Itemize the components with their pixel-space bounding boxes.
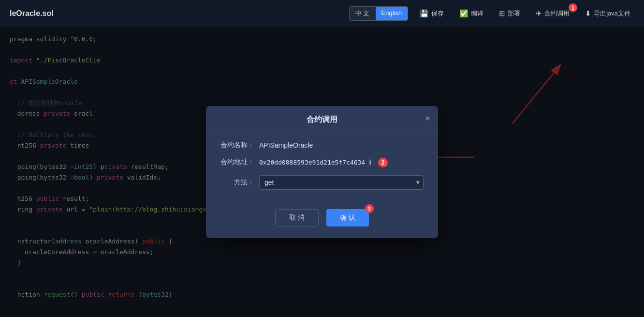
file-title: leOracle.sol xyxy=(10,9,54,18)
info-icon[interactable]: ℹ xyxy=(369,158,371,166)
export-icon: ⬇ xyxy=(585,9,591,18)
compile-icon: ✅ xyxy=(459,9,468,18)
cancel-button[interactable]: 取 消 xyxy=(275,209,319,226)
contract-name-label: 合约名称： xyxy=(220,141,254,150)
contract-addr-value: 0x20dd0888593e91d21e5f7c4634 xyxy=(259,159,365,166)
confirm-badge: 3 xyxy=(365,204,374,213)
lang-cn-btn[interactable]: 中 文 xyxy=(350,7,376,20)
call-button-wrap: ✈ 合约调用 1 xyxy=(532,7,573,20)
modal-footer: 取 消 确 认 3 xyxy=(206,209,438,238)
call-icon: ✈ xyxy=(536,9,542,18)
modal-title: 合约调用 xyxy=(307,115,337,123)
confirm-button[interactable]: 确 认 3 xyxy=(326,209,369,226)
contract-addr-row: 合约地址： 0x20dd0888593e91d21e5f7c4634 ℹ 2 xyxy=(220,157,424,167)
method-select[interactable]: get xyxy=(259,175,424,190)
topbar: leOracle.sol 中 文 English 💾 保存 ✅ 编译 ⊞ 部署 … xyxy=(0,0,644,27)
lang-switcher[interactable]: 中 文 English xyxy=(349,6,408,21)
save-icon: 💾 xyxy=(420,9,429,18)
lang-en-btn[interactable]: English xyxy=(376,7,408,20)
method-label: 方法： xyxy=(220,178,254,187)
contract-name-value: APISampleOracle xyxy=(259,141,313,149)
modal-close-button[interactable]: × xyxy=(425,114,430,122)
editor-area: pragma solidity ^0.6.0; import "./FiscOr… xyxy=(0,27,644,317)
save-button[interactable]: 💾 保存 xyxy=(416,7,448,20)
method-select-wrap: get ▼ xyxy=(259,175,424,190)
modal-overlay: 合约调用 × 合约名称： APISampleOracle 合约地址： 0x20d… xyxy=(0,27,644,317)
call-button[interactable]: ✈ 合约调用 xyxy=(532,7,573,20)
contract-addr-field: 0x20dd0888593e91d21e5f7c4634 ℹ xyxy=(259,158,371,166)
contract-addr-label: 合约地址： xyxy=(220,158,254,166)
compile-button[interactable]: ✅ 编译 xyxy=(455,7,487,20)
contract-name-row: 合约名称： APISampleOracle xyxy=(220,141,424,150)
method-row: 方法： get ▼ xyxy=(220,175,424,190)
export-button[interactable]: ⬇ 导出java文件 xyxy=(581,7,634,20)
deploy-icon: ⊞ xyxy=(499,9,505,18)
contract-call-modal: 合约调用 × 合约名称： APISampleOracle 合约地址： 0x20d… xyxy=(206,106,438,238)
modal-body: 合约名称： APISampleOracle 合约地址： 0x20dd088859… xyxy=(206,131,438,209)
addr-badge: 2 xyxy=(378,158,388,167)
modal-header: 合约调用 × xyxy=(206,106,438,131)
call-badge: 1 xyxy=(569,3,577,12)
deploy-button[interactable]: ⊞ 部署 xyxy=(495,7,524,20)
